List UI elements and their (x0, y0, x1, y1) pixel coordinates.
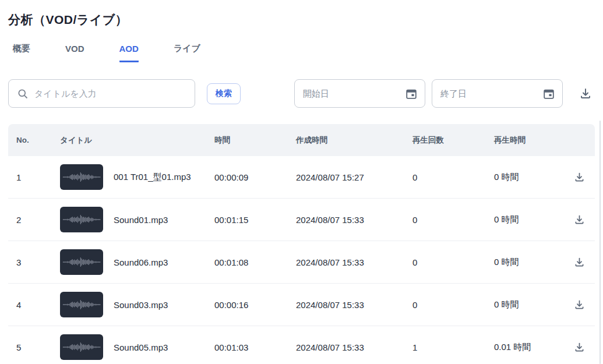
download-icon (579, 87, 593, 101)
table-row: 4 Sound03.mp3 00:00:16 2024/08/07 15:33 … (8, 284, 595, 326)
tab-vod[interactable]: VOD (65, 43, 84, 62)
waveform-icon (62, 213, 101, 227)
export-download-button[interactable] (576, 84, 595, 103)
download-icon (573, 256, 586, 268)
tab-bar: 概要 VOD AOD ライブ (8, 43, 595, 62)
column-header-plays: 再生回数 (412, 135, 494, 146)
play-time: 0 時間 (494, 257, 564, 268)
created-time: 2024/08/07 15:33 (296, 215, 412, 225)
row-number: 5 (16, 342, 60, 352)
audio-title: 001 Tr01_型01.mp3 (114, 172, 191, 183)
search-icon (17, 88, 29, 100)
waveform-icon (62, 340, 101, 354)
waveform-icon (62, 298, 101, 312)
audio-duration: 00:01:08 (214, 257, 296, 267)
audio-title: Sound05.mp3 (114, 342, 168, 352)
column-header-no: No. (16, 136, 60, 144)
date-filter-group (294, 79, 595, 108)
row-number: 2 (16, 215, 60, 225)
waveform-thumbnail (60, 164, 103, 190)
tab-overview[interactable]: 概要 (13, 43, 30, 62)
row-download-button[interactable] (571, 339, 588, 356)
start-date-field (294, 79, 425, 108)
waveform-icon (62, 170, 101, 184)
start-date-input[interactable] (295, 89, 403, 98)
row-download-button[interactable] (571, 169, 588, 186)
audio-title: Sound01.mp3 (114, 215, 168, 225)
tab-aod[interactable]: AOD (119, 43, 139, 62)
play-time: 0 時間 (494, 172, 564, 183)
audio-table: No. タイトル 時間 作成時間 再生回数 再生時間 1 001 Tr01_型0… (8, 124, 595, 364)
play-time: 0 時間 (494, 299, 564, 310)
audio-title: Sound03.mp3 (114, 300, 168, 310)
created-time: 2024/08/07 15:27 (296, 172, 412, 182)
column-header-playtime: 再生時間 (494, 135, 564, 146)
tab-live[interactable]: ライブ (174, 43, 200, 62)
audio-title: Sound06.mp3 (114, 257, 168, 267)
play-count: 0 (412, 215, 494, 225)
column-header-created: 作成時間 (296, 135, 412, 146)
download-icon (573, 341, 586, 354)
download-icon (573, 171, 586, 183)
table-row: 1 001 Tr01_型01.mp3 00:00:09 2024/08/07 1… (8, 156, 595, 199)
search-box (8, 79, 195, 108)
play-count: 0 (412, 172, 494, 182)
search-input[interactable] (9, 80, 195, 107)
row-number: 3 (16, 257, 60, 267)
search-button[interactable]: 検索 (207, 83, 241, 104)
end-date-input[interactable] (432, 89, 540, 98)
download-icon (573, 214, 586, 226)
start-date-calendar-button[interactable] (403, 85, 420, 103)
audio-duration: 00:00:09 (214, 172, 296, 182)
toolbar: 検索 (8, 79, 595, 108)
column-header-duration: 時間 (214, 135, 296, 146)
waveform-thumbnail (60, 334, 103, 360)
table-row: 5 Sound05.mp3 00:01:03 2024/08/07 15:33 … (8, 326, 595, 364)
row-number: 1 (16, 172, 60, 182)
row-download-button[interactable] (571, 296, 588, 313)
table-row: 3 Sound06.mp3 00:01:08 2024/08/07 15:33 … (8, 241, 595, 284)
download-icon (573, 299, 586, 311)
row-download-button[interactable] (571, 254, 588, 271)
end-date-field (432, 79, 563, 108)
page-title: 分析（VOD/ライブ） (8, 12, 595, 28)
waveform-thumbnail (60, 249, 103, 275)
vertical-scrollbar[interactable] (600, 121, 601, 364)
created-time: 2024/08/07 15:33 (296, 300, 412, 310)
audio-duration: 00:01:15 (214, 215, 296, 225)
end-date-calendar-button[interactable] (540, 85, 558, 103)
waveform-icon (62, 255, 101, 269)
play-time: 0 時間 (494, 214, 564, 225)
play-count: 1 (412, 342, 494, 352)
play-count: 0 (412, 300, 494, 310)
created-time: 2024/08/07 15:33 (296, 257, 412, 267)
created-time: 2024/08/07 15:33 (296, 342, 412, 352)
waveform-thumbnail (60, 292, 103, 317)
calendar-icon (542, 87, 555, 100)
play-count: 0 (412, 257, 494, 267)
table-body: 1 001 Tr01_型01.mp3 00:00:09 2024/08/07 1… (8, 156, 595, 364)
play-time: 0.01 時間 (494, 342, 564, 353)
audio-duration: 00:00:16 (214, 300, 296, 310)
audio-duration: 00:01:03 (214, 342, 296, 352)
row-download-button[interactable] (571, 211, 588, 228)
column-header-title: タイトル (60, 135, 214, 146)
calendar-icon (405, 87, 418, 100)
table-header: No. タイトル 時間 作成時間 再生回数 再生時間 (8, 124, 595, 156)
row-number: 4 (16, 300, 60, 310)
waveform-thumbnail (60, 207, 103, 232)
table-row: 2 Sound01.mp3 00:01:15 2024/08/07 15:33 … (8, 199, 595, 241)
